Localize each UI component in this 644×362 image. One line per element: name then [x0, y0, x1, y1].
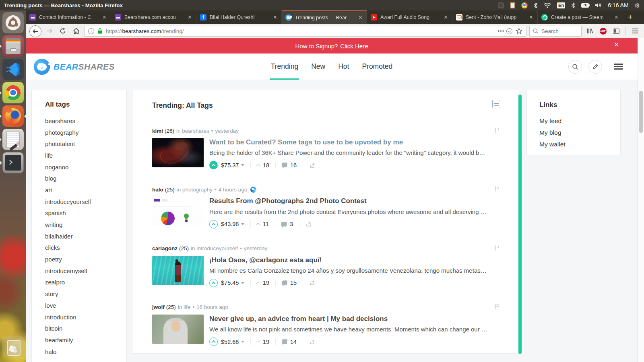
- nav-new[interactable]: New: [310, 53, 326, 80]
- post-title[interactable]: ¡Hola Osos, @carlagonz esta aquí!: [209, 256, 500, 264]
- post-author[interactable]: carlagonz: [152, 245, 178, 251]
- browser-tab[interactable]: Bearshares.com accou ×: [111, 10, 196, 24]
- payout-caret-icon[interactable]: [241, 164, 244, 166]
- tag-link[interactable]: introduceyourself: [45, 196, 126, 208]
- tag-link[interactable]: poetry: [45, 253, 126, 265]
- post-payout[interactable]: $43.98: [221, 221, 239, 227]
- browser-tab[interactable]: Contact Information - C ×: [26, 10, 111, 24]
- post-payout[interactable]: $75.45: [221, 280, 239, 286]
- banner-link[interactable]: Click Here: [340, 43, 368, 49]
- flag-icon[interactable]: [494, 127, 500, 134]
- tab-close-icon[interactable]: ×: [272, 14, 278, 21]
- layout-list-icon[interactable]: [492, 100, 500, 108]
- upvote-button[interactable]: [209, 161, 218, 169]
- pocket-icon[interactable]: [506, 28, 512, 34]
- clipboard-icon[interactable]: [510, 2, 515, 8]
- browser-scrollbar[interactable]: [638, 38, 644, 362]
- vote-count[interactable]: 18: [263, 162, 269, 169]
- app-indicator-icon[interactable]: [498, 2, 504, 8]
- forward-button[interactable]: [44, 26, 55, 36]
- search-bar[interactable]: [529, 26, 582, 37]
- browser-tab[interactable]: Sent - Zoho Mail (supp ×: [452, 10, 538, 24]
- tab-close-icon[interactable]: ×: [358, 14, 363, 21]
- tag-link[interactable]: art: [45, 184, 126, 196]
- bluetooth-icon[interactable]: [534, 2, 538, 8]
- upvote-button[interactable]: [209, 337, 218, 346]
- trash-icon[interactable]: [2, 336, 24, 357]
- post-thumbnail[interactable]: [152, 256, 204, 285]
- tag-link[interactable]: bearfamily: [45, 334, 126, 346]
- post-excerpt[interactable]: We all know life is not pink and sometim…: [209, 326, 500, 333]
- post-payout[interactable]: $52.68: [221, 339, 239, 345]
- site-search-button[interactable]: [568, 60, 582, 74]
- post-thumbnail[interactable]: [152, 197, 204, 226]
- flag-icon[interactable]: [494, 186, 500, 193]
- home-button[interactable]: [71, 26, 81, 36]
- comment-count[interactable]: 3: [290, 221, 293, 227]
- tag-link[interactable]: life: [45, 150, 126, 161]
- tab-close-icon[interactable]: ×: [614, 14, 619, 21]
- keyboard-layout-indicator[interactable]: En: [557, 2, 565, 8]
- tag-link[interactable]: zealpro: [45, 277, 126, 288]
- post-excerpt[interactable]: Here are the results from the 2nd photo …: [209, 208, 500, 215]
- bookmark-star-icon[interactable]: [516, 28, 522, 34]
- url-text[interactable]: https://bearshares.com/trending/: [106, 28, 495, 34]
- sidebar-toggle-icon[interactable]: [611, 26, 621, 36]
- search-input[interactable]: [541, 28, 574, 34]
- vote-count[interactable]: 19: [263, 339, 269, 345]
- browser-tab[interactable]: Trending posts — Bear ×: [282, 10, 367, 24]
- tag-link[interactable]: love: [45, 300, 126, 311]
- browser-tab[interactable]: Create a post — Steem ×: [538, 10, 623, 24]
- post-author[interactable]: halo: [152, 187, 163, 193]
- menu-hamburger-icon[interactable]: [630, 26, 640, 36]
- dash-home-icon[interactable]: [2, 12, 24, 33]
- flag-icon[interactable]: [494, 304, 500, 311]
- tab-close-icon[interactable]: ×: [102, 14, 107, 21]
- bearshares-logo[interactable]: BEARSHARES: [34, 59, 163, 75]
- text-editor-icon[interactable]: [2, 129, 24, 150]
- upvote-button[interactable]: [209, 220, 218, 228]
- sidebar-link[interactable]: My feed: [539, 115, 620, 127]
- url-bar[interactable]: i https://bearshares.com/trending/: [84, 26, 526, 37]
- tag-link[interactable]: noganoo: [45, 161, 126, 173]
- vote-count[interactable]: 19: [263, 280, 269, 286]
- file-cabinet-icon[interactable]: [2, 35, 24, 57]
- nav-hot[interactable]: Hot: [337, 53, 350, 80]
- wifi-icon[interactable]: [544, 3, 551, 8]
- library-icon[interactable]: [584, 26, 595, 36]
- battery-icon[interactable]: [581, 3, 589, 8]
- tag-link[interactable]: clicks: [45, 242, 126, 254]
- tab-close-icon[interactable]: ×: [528, 14, 534, 21]
- adblock-icon[interactable]: ABP: [598, 26, 608, 36]
- tag-link[interactable]: bilalhaider: [45, 230, 126, 242]
- post-payout[interactable]: $75.37: [221, 162, 239, 169]
- payout-caret-icon[interactable]: [241, 282, 244, 284]
- terminal-icon[interactable]: [2, 152, 24, 173]
- reshare-icon[interactable]: [309, 339, 316, 345]
- vote-count[interactable]: 11: [263, 221, 269, 227]
- comment-count[interactable]: 14: [290, 339, 297, 345]
- tag-link[interactable]: halo: [45, 346, 126, 358]
- vscode-icon[interactable]: [2, 59, 24, 80]
- banner-close-icon[interactable]: ×: [614, 40, 619, 49]
- upvote-button[interactable]: [209, 279, 218, 287]
- tag-link[interactable]: writing: [45, 219, 126, 230]
- post-category[interactable]: in life: [178, 304, 191, 310]
- feed-scrollbar[interactable]: [518, 95, 522, 354]
- post-thumbnail[interactable]: [152, 315, 204, 344]
- comment-count[interactable]: 16: [290, 162, 297, 169]
- flag-icon[interactable]: [494, 245, 500, 252]
- post-category[interactable]: in introduceyourself: [191, 245, 238, 251]
- tag-link[interactable]: spanish: [45, 208, 126, 219]
- page-info-icon[interactable]: i: [88, 28, 94, 34]
- session-gear-icon[interactable]: ⚙: [635, 2, 640, 8]
- post-category[interactable]: in photography: [177, 187, 213, 193]
- page-actions-icon[interactable]: [500, 30, 502, 32]
- reshare-icon[interactable]: [309, 162, 316, 169]
- chrome-icon[interactable]: [2, 82, 24, 103]
- clock[interactable]: 6:16 AM: [608, 2, 628, 8]
- tag-link[interactable]: bitcoin: [45, 323, 126, 334]
- nav-promoted[interactable]: Promoted: [361, 53, 393, 80]
- tag-link[interactable]: phototalent: [45, 138, 126, 150]
- post-excerpt[interactable]: Being the holder of 36K+ Share Power and…: [209, 149, 500, 156]
